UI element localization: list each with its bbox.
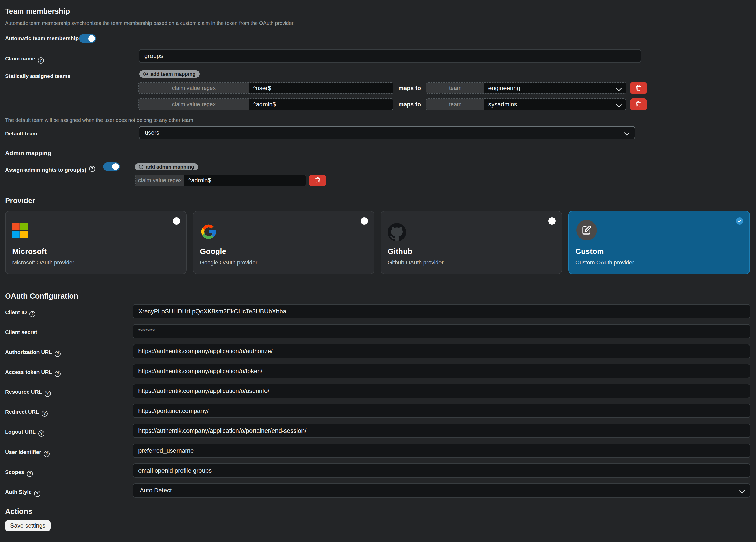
redirect-url-input[interactable]: https://portainer.company/ <box>133 404 750 418</box>
admin-mapping-title: Admin mapping <box>5 149 51 157</box>
default-team-label: Default team <box>5 131 37 137</box>
help-icon[interactable]: ? <box>45 391 51 397</box>
client-secret-input[interactable]: ******* <box>133 324 750 338</box>
microsoft-icon <box>12 223 30 240</box>
team-membership-description: Automatic team membership synchronizes t… <box>5 20 295 26</box>
plus-icon: + <box>139 164 143 169</box>
delete-admin-mapping-button[interactable] <box>309 174 326 186</box>
add-team-mapping-button[interactable]: +add team mapping <box>139 70 200 78</box>
team-select[interactable]: engineering <box>484 83 626 93</box>
card-title: Custom <box>575 247 604 256</box>
help-icon[interactable]: ? <box>42 411 48 417</box>
auto-team-membership-label: Automatic team membership <box>5 35 79 41</box>
authorization-url-label: Authorization URL? <box>5 347 61 357</box>
help-icon[interactable]: ? <box>55 351 61 357</box>
client-secret-label: Client secret <box>5 327 37 336</box>
card-title: Github <box>388 247 412 256</box>
google-icon <box>200 223 217 240</box>
claim-name-input[interactable]: groups <box>139 49 641 63</box>
delete-mapping-button[interactable] <box>630 82 647 94</box>
toggle-knob <box>88 35 95 42</box>
assign-admin-rights-toggle[interactable] <box>103 162 120 171</box>
help-icon[interactable]: ? <box>27 471 33 477</box>
help-icon[interactable]: ? <box>38 57 44 64</box>
team-mapping-row: claim value regex ^admin$ maps to team s… <box>138 98 647 110</box>
claim-name-label: Claim name <box>5 56 35 61</box>
claim-regex-group: claim value regex ^admin$ <box>135 174 306 186</box>
team-tag: team <box>426 83 484 93</box>
team-select-group: team sysadmins <box>426 98 626 110</box>
team-tag: team <box>426 99 484 110</box>
help-icon[interactable]: ? <box>29 311 35 317</box>
actions-title: Actions <box>5 507 32 516</box>
card-title: Microsoft <box>12 247 47 256</box>
selected-check-icon[interactable] <box>736 217 743 224</box>
default-team-note: The default team will be assigned when t… <box>5 117 193 123</box>
user-identifier-label: User identifier? <box>5 447 50 457</box>
maps-to-label: maps to <box>398 85 421 92</box>
custom-edit-icon <box>576 220 597 240</box>
statically-assigned-teams-label: Statically assigned teams <box>5 73 70 79</box>
provider-card-google[interactable]: Google Google OAuth provider <box>193 211 374 274</box>
card-description: Microsoft OAuth provider <box>12 259 74 266</box>
access-token-url-input[interactable]: https://authentik.company/application/o/… <box>133 364 750 378</box>
add-admin-mapping-button[interactable]: +add admin mapping <box>135 163 198 170</box>
chevron-down-icon <box>625 130 629 135</box>
trash-icon <box>635 101 641 108</box>
radio-unselected[interactable] <box>361 217 368 224</box>
claim-regex-group: claim value regex ^admin$ <box>138 98 393 110</box>
default-team-select[interactable]: users <box>139 126 635 139</box>
client-id-input[interactable]: XrecyPLpSUHDHrLpQqXK8sm2EkCHcTe3UBUbXhba <box>133 304 750 319</box>
github-icon <box>388 223 405 240</box>
help-icon[interactable]: ? <box>38 431 44 437</box>
help-icon[interactable]: ? <box>44 451 50 457</box>
scopes-label: Scopes? <box>5 467 33 477</box>
provider-card-custom[interactable]: Custom Custom OAuth provider <box>568 211 750 274</box>
plus-icon: + <box>143 72 148 76</box>
redirect-url-label: Redirect URL? <box>5 406 48 417</box>
team-mapping-row: claim value regex ^user$ maps to team en… <box>138 82 647 94</box>
toggle-knob <box>112 163 119 170</box>
claim-value-regex-tag: claim value regex <box>139 99 249 110</box>
trash-icon <box>314 177 321 184</box>
claim-regex-input[interactable]: ^user$ <box>249 83 393 93</box>
claim-regex-group: claim value regex ^user$ <box>138 82 393 94</box>
auth-style-label: Auth Style? <box>5 486 40 497</box>
team-select[interactable]: sysadmins <box>484 99 626 110</box>
save-settings-button[interactable]: Save settings <box>5 520 51 531</box>
provider-title: Provider <box>5 196 35 205</box>
help-icon[interactable]: ? <box>55 371 61 377</box>
provider-card-github[interactable]: Github Github OAuth provider <box>381 211 562 274</box>
client-id-label: Client ID? <box>5 307 35 317</box>
chevron-down-icon <box>617 102 621 107</box>
auth-style-select[interactable]: Auto Detect <box>133 483 750 498</box>
access-token-url-label: Access token URL? <box>5 367 61 377</box>
resource-url-input[interactable]: https://authentik.company/application/o/… <box>133 384 750 398</box>
claim-value-regex-tag: claim value regex <box>136 175 184 186</box>
help-icon[interactable]: ? <box>34 491 40 497</box>
claim-name-row: Claim name? <box>5 53 44 64</box>
auto-team-membership-toggle[interactable] <box>79 34 96 43</box>
card-title: Google <box>200 247 226 256</box>
radio-unselected[interactable] <box>173 217 180 224</box>
logout-url-input[interactable]: https://authentik.company/application/o/… <box>133 424 750 438</box>
oauth-configuration-title: OAuth Configuration <box>5 292 78 300</box>
authorization-url-input[interactable]: https://authentik.company/application/o/… <box>133 344 750 358</box>
chevron-down-icon <box>740 488 745 493</box>
delete-mapping-button[interactable] <box>630 98 647 110</box>
team-membership-title: Team membership <box>5 7 70 16</box>
claim-regex-input[interactable]: ^admin$ <box>249 99 393 110</box>
scopes-input[interactable]: email openid profile groups <box>133 463 750 478</box>
team-select-group: team engineering <box>426 82 626 94</box>
assign-admin-rights-label: Assign admin rights to group(s)? <box>5 164 95 174</box>
admin-mapping-row: claim value regex ^admin$ <box>135 174 326 186</box>
claim-value-regex-tag: claim value regex <box>139 83 249 93</box>
help-icon[interactable]: ? <box>89 166 95 172</box>
card-description: Custom OAuth provider <box>575 259 634 266</box>
user-identifier-input[interactable]: preferred_username <box>133 444 750 458</box>
radio-unselected[interactable] <box>548 217 556 224</box>
claim-regex-input[interactable]: ^admin$ <box>184 175 306 186</box>
provider-card-microsoft[interactable]: Microsoft Microsoft OAuth provider <box>5 211 187 274</box>
chevron-down-icon <box>617 86 621 90</box>
card-description: Google OAuth provider <box>200 259 257 266</box>
